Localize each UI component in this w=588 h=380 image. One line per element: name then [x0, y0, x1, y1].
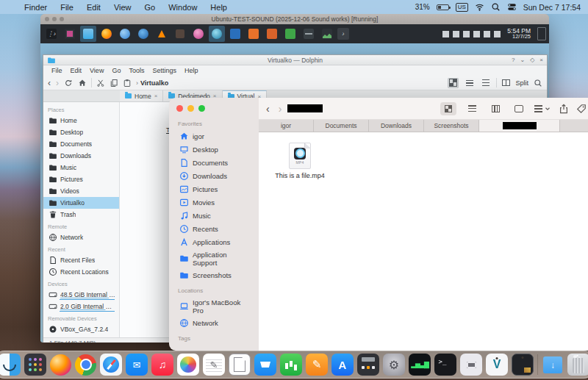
- vm-title-bar[interactable]: Ubuntu-TEST-SOUND (2025-12-06 Sound work…: [40, 14, 549, 24]
- refresh-icon[interactable]: [64, 79, 73, 87]
- finder-sidebar-item[interactable]: Documents: [176, 156, 253, 169]
- places-item[interactable]: Documents: [43, 138, 119, 150]
- list-view-button[interactable]: [464, 102, 480, 115]
- blue-app-icon[interactable]: [135, 26, 151, 42]
- search-icon[interactable]: [534, 79, 542, 87]
- screenshot-dock-icon[interactable]: [460, 354, 482, 376]
- group-by-button[interactable]: [534, 105, 551, 112]
- input-source-indicator[interactable]: US: [456, 3, 468, 12]
- menu-bar-item[interactable]: Edit: [80, 3, 107, 12]
- calculator-dock-icon[interactable]: [357, 354, 379, 376]
- finder-sidebar-item[interactable]: Pictures: [176, 182, 253, 196]
- firefox-dock-icon[interactable]: [50, 354, 71, 376]
- places-item[interactable]: Videos: [43, 185, 119, 197]
- menu-bar-item[interactable]: Go: [138, 3, 162, 12]
- places-item[interactable]: Pictures: [43, 173, 119, 185]
- cut-icon[interactable]: [96, 79, 105, 87]
- tray-chevron-icon[interactable]: [494, 31, 501, 37]
- places-item[interactable]: VBox_GAs_7.2.4: [43, 323, 119, 335]
- places-item[interactable]: Recent Files: [43, 254, 119, 266]
- forward-button[interactable]: ›: [279, 103, 282, 115]
- menu-bar-clock[interactable]: Sun Dec 7 17:54: [523, 3, 581, 12]
- chromium-icon[interactable]: [117, 26, 133, 42]
- menu-bar-item[interactable]: Finder: [18, 3, 54, 12]
- launchpad-dock-icon[interactable]: [24, 354, 46, 376]
- finder-sidebar-item[interactable]: Movies: [176, 196, 253, 209]
- back-button[interactable]: ‹: [48, 78, 51, 88]
- virtualbox-dock-icon[interactable]: [486, 354, 508, 376]
- kde-app-launcher-icon[interactable]: [43, 26, 60, 42]
- chrome-dock-icon[interactable]: [75, 354, 96, 376]
- details-view-button[interactable]: [464, 78, 475, 88]
- finder-sidebar-item[interactable]: igor: [176, 129, 253, 143]
- libreoffice-dock-icon[interactable]: [229, 354, 251, 376]
- share-icon[interactable]: [559, 104, 569, 114]
- pages-dock-icon[interactable]: [306, 354, 328, 376]
- dock-separator[interactable]: [537, 354, 538, 375]
- battery-tray-icon[interactable]: [473, 31, 480, 37]
- menu-bar-item[interactable]: Help: [204, 3, 234, 12]
- keynote-dock-icon[interactable]: [254, 354, 276, 376]
- finder-sidebar-item[interactable]: Screenshots: [176, 268, 253, 282]
- help-button[interactable]: ?: [512, 57, 514, 63]
- wifi-icon[interactable]: [475, 2, 484, 12]
- safari-dock-icon[interactable]: [100, 354, 122, 376]
- menu-bar-item[interactable]: Window: [162, 3, 204, 12]
- dolphin-menu-item[interactable]: Edit: [67, 67, 86, 74]
- finder-sidebar-item[interactable]: Applications: [176, 235, 253, 248]
- volume-tray-icon[interactable]: [463, 31, 470, 37]
- finder-sidebar-item[interactable]: Igor's MacBook Pro: [176, 296, 253, 316]
- appstore-dock-icon[interactable]: [331, 354, 354, 376]
- finder-tab[interactable]: igor: [259, 120, 314, 132]
- finder-sidebar-item[interactable]: Desktop: [176, 143, 253, 156]
- places-item[interactable]: Desktop: [43, 126, 119, 138]
- places-item[interactable]: Home: [43, 115, 119, 126]
- finder-window[interactable]: Favorites igor Desktop Documents: [169, 98, 588, 351]
- vlc-icon[interactable]: [154, 26, 170, 42]
- show-desktop-button[interactable]: [537, 27, 546, 40]
- icon-view-button[interactable]: [440, 102, 456, 115]
- updates-tray-icon[interactable]: [442, 31, 449, 37]
- mail-dock-icon[interactable]: [126, 354, 148, 376]
- control-center-icon[interactable]: [507, 2, 517, 12]
- finder-sidebar-item[interactable]: Recents: [176, 222, 253, 235]
- icons-view-button[interactable]: [448, 78, 459, 88]
- menu-bar-item[interactable]: View: [107, 3, 138, 12]
- dolphin-title-bar[interactable]: Virtualko — Dolphin ? ⌄ ◇ ×: [43, 55, 547, 65]
- finder-sidebar-item[interactable]: Downloads: [176, 169, 253, 182]
- firefox-icon[interactable]: [98, 26, 115, 42]
- vm-window-dock-icon[interactable]: [512, 354, 534, 376]
- terminal-dock-icon[interactable]: [434, 354, 456, 376]
- dolphin-menu-item[interactable]: View: [86, 67, 107, 74]
- forward-button[interactable]: ›: [56, 78, 59, 88]
- writer-icon[interactable]: [227, 26, 243, 42]
- breadcrumb[interactable]: Virtualko: [136, 79, 168, 87]
- taskbar-expander[interactable]: [337, 28, 349, 40]
- places-item[interactable]: Network: [43, 232, 119, 243]
- places-item[interactable]: Virtualko: [43, 197, 119, 209]
- dark-app-icon[interactable]: [172, 26, 188, 42]
- finder-sidebar-item[interactable]: Music: [176, 209, 253, 222]
- downloads-folder-dock-icon[interactable]: [542, 354, 564, 376]
- dolphin-menu-item[interactable]: Go: [108, 67, 124, 74]
- calc-icon[interactable]: [282, 26, 298, 42]
- finder-sidebar-item[interactable]: Network: [176, 316, 253, 329]
- trash-dock-icon[interactable]: [567, 354, 588, 376]
- tweaks-icon[interactable]: [301, 26, 317, 42]
- tag-icon[interactable]: [576, 104, 587, 114]
- tree-view-button[interactable]: [480, 78, 491, 88]
- paste-icon[interactable]: [123, 79, 132, 87]
- system-monitor-icon[interactable]: [319, 26, 335, 42]
- places-item[interactable]: Downloads: [43, 150, 119, 162]
- device-tray-icon[interactable]: [484, 31, 490, 37]
- places-item[interactable]: Dedoimedo: [43, 335, 119, 337]
- display-settings-icon[interactable]: [62, 26, 78, 42]
- settings-dock-icon[interactable]: [383, 354, 405, 376]
- finder-window-controls[interactable]: [176, 105, 253, 112]
- finder-file-view[interactable]: MP4 This is a file.mp4: [259, 132, 588, 351]
- video-file[interactable]: MP4 This is a file.mp4: [265, 143, 335, 179]
- minimize-button[interactable]: ⌄: [520, 57, 525, 63]
- dolphin-menu-item[interactable]: Help: [181, 67, 202, 74]
- music-dock-icon[interactable]: [151, 354, 173, 376]
- split-button[interactable]: Split: [515, 79, 528, 87]
